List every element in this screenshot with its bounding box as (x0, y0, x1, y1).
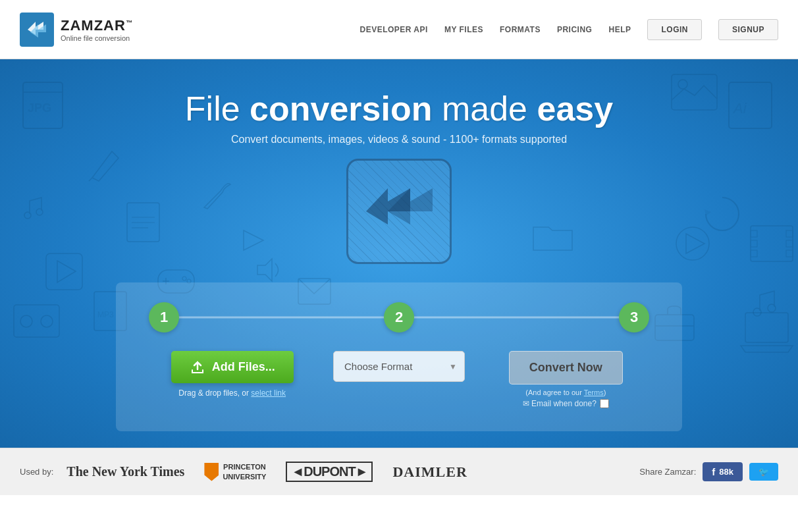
svg-rect-29 (751, 226, 793, 261)
hero-section: JPG MP3 (0, 59, 798, 448)
nav-my-files[interactable]: MY FILES (444, 25, 483, 34)
doc-sketch-icon (125, 201, 161, 244)
header: ZAMZAR™ Online file conversion DEVELOPER… (0, 0, 798, 59)
twitter-share-button[interactable]: 🐦 (749, 463, 778, 481)
hero-title: File conversion made easy (185, 89, 613, 128)
facebook-count: 88k (719, 467, 733, 477)
add-files-button[interactable]: Add Files... (171, 351, 294, 383)
svg-rect-37 (127, 203, 159, 242)
nav-help[interactable]: HELP (608, 25, 631, 34)
svg-point-24 (753, 308, 761, 316)
terms-text: (And agree to our Terms) (525, 388, 606, 396)
svg-text:Ai: Ai (732, 100, 747, 117)
logo-icon (20, 13, 54, 47)
share-area: Share Zamzar: f 88k 🐦 (639, 462, 778, 481)
svg-point-7 (36, 209, 43, 215)
ai-sketch-icon: Ai (726, 79, 778, 132)
facebook-share-button[interactable]: f 88k (703, 462, 743, 481)
svg-rect-8 (46, 253, 82, 290)
share-label: Share Zamzar: (639, 467, 696, 477)
format-select[interactable]: Choose Format MP3 MP4 PDF JPG PNG DOC DO… (333, 351, 465, 382)
drag-drop-text: Drag & drop files, or select link (178, 388, 286, 398)
center-logo (346, 159, 452, 264)
svg-point-20 (678, 80, 687, 89)
convert-now-button[interactable]: Convert Now (509, 351, 623, 385)
add-files-label: Add Files... (212, 360, 275, 374)
hero-subtitle: Convert documents, images, videos & soun… (231, 134, 567, 146)
email-checkbox[interactable] (600, 399, 609, 408)
svg-marker-21 (705, 209, 711, 216)
svg-point-11 (20, 315, 32, 327)
center-logo-box (346, 159, 452, 264)
terms-link[interactable]: Terms (584, 388, 604, 396)
zamzar-icon (25, 18, 49, 41)
svg-marker-9 (57, 261, 76, 282)
svg-rect-35 (786, 250, 793, 257)
svg-rect-31 (751, 240, 757, 247)
svg-rect-19 (672, 74, 717, 110)
pencil-sketch-icon (86, 145, 125, 184)
svg-rect-17 (729, 82, 772, 128)
svg-point-22 (676, 227, 709, 260)
email-when-done: ✉ Email when done? (523, 399, 609, 408)
hero-heading: File conversion made easy (185, 89, 613, 128)
logo-name: ZAMZAR™ (61, 17, 133, 34)
music-note-icon-2 (745, 283, 782, 319)
logo-area: ZAMZAR™ Online file conversion (20, 13, 133, 47)
svg-text:MP3: MP3 (97, 310, 114, 319)
svg-point-44 (182, 277, 186, 280)
svg-marker-36 (257, 259, 272, 281)
svg-rect-30 (751, 230, 757, 237)
play-circle-icon (673, 224, 712, 263)
jpg-sketch-icon: JPG (20, 79, 72, 132)
image-sketch-icon (670, 72, 719, 112)
nav-links: DEVELOPER API MY FILES FORMATS PRICING H… (359, 19, 778, 40)
facebook-icon: f (712, 466, 715, 477)
nav-developer-api[interactable]: DEVELOPER API (359, 25, 427, 34)
brand-dupont: ◄DUPONT► (286, 462, 373, 482)
svg-point-25 (768, 304, 776, 312)
svg-line-5 (89, 178, 92, 181)
brand-daimler: DAIMLER (392, 464, 467, 481)
svg-rect-2 (23, 82, 63, 128)
princeton-shield-icon (204, 463, 219, 481)
upload-icon (190, 361, 205, 374)
nav-pricing[interactable]: PRICING (557, 25, 593, 34)
login-button[interactable]: LOGIN (647, 19, 702, 40)
select-link[interactable]: select link (251, 388, 286, 398)
brand-nyt: The New York Times (66, 464, 184, 479)
folder-sketch-icon (531, 217, 574, 253)
film-sketch-icon (749, 224, 795, 263)
svg-rect-33 (786, 230, 793, 237)
svg-text:JPG: JPG (28, 101, 51, 115)
refresh-sketch-icon (699, 191, 745, 237)
signup-button[interactable]: SIGNUP (718, 19, 778, 40)
laptop-sketch-icon (739, 309, 795, 356)
svg-rect-34 (786, 240, 793, 247)
steps-track: 1 2 3 (149, 302, 649, 332)
step-3-action: Convert Now (And agree to our Terms) ✉ E… (483, 351, 649, 408)
step-1-dot: 1 (149, 302, 179, 332)
footer-logos: The New York Times PRINCETONUNIVERSITY ◄… (66, 462, 639, 482)
svg-rect-10 (14, 305, 59, 337)
wrench-sketch-icon (198, 178, 234, 214)
arrow-sketch-icon (237, 224, 277, 257)
nav-formats[interactable]: FORMATS (500, 25, 541, 34)
svg-marker-15 (244, 230, 263, 250)
svg-point-12 (41, 315, 53, 327)
svg-marker-23 (686, 234, 705, 253)
steps-actions: Add Files... Drag & drop files, or selec… (149, 351, 649, 408)
format-wrapper: Choose Format MP3 MP4 PDF JPG PNG DOC DO… (333, 351, 465, 382)
step-2-dot: 2 (384, 302, 414, 332)
step-2-action: Choose Format MP3 MP4 PDF JPG PNG DOC DO… (315, 351, 482, 382)
step-1-action: Add Files... Drag & drop files, or selec… (149, 351, 315, 398)
audio-sketch-icon (253, 253, 286, 286)
music-note-icon-1 (16, 191, 49, 224)
svg-rect-28 (745, 313, 788, 342)
logo-tagline: Online file conversion (61, 34, 133, 42)
brand-princeton: PRINCETONUNIVERSITY (204, 462, 266, 481)
steps-panel: 1 2 3 Add Files... Drag & drop files, or… (116, 282, 682, 431)
twitter-icon: 🐦 (758, 467, 769, 477)
used-by-label: Used by: (20, 467, 53, 477)
play-sketch-icon (43, 250, 86, 293)
